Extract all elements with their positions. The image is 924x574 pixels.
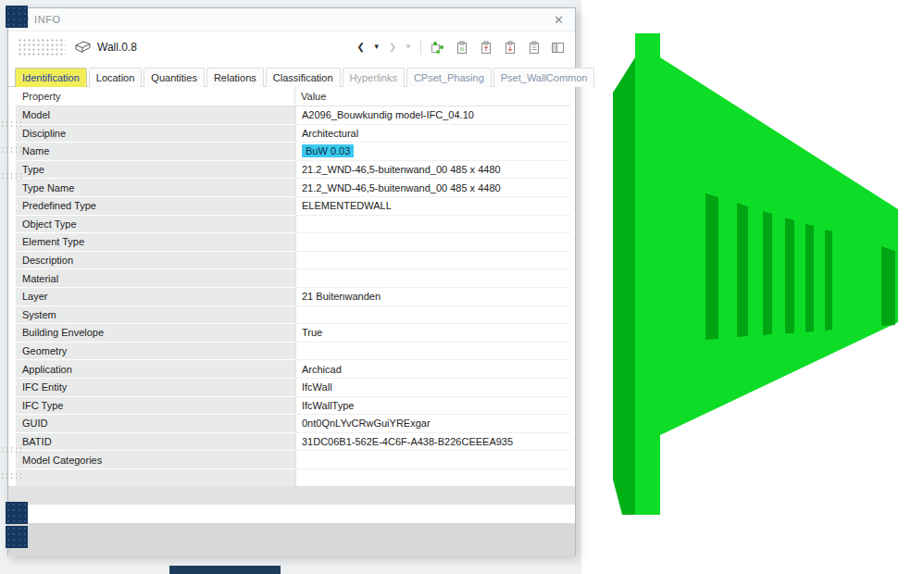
property-cell: Material <box>16 269 295 288</box>
property-cell: Model Categories <box>16 451 295 469</box>
property-cell: Model <box>16 106 295 125</box>
wall-3d-model[interactable] <box>581 0 924 574</box>
property-cell: Type Name <box>16 179 295 197</box>
value-cell <box>295 233 570 252</box>
table-row: GUID 0nt0QnLYvCRwGuiYRExgar <box>16 415 570 433</box>
value-cell <box>295 306 570 325</box>
tab-classification[interactable]: Classification <box>266 68 341 87</box>
table-row: Material <box>16 269 570 288</box>
tab-relations[interactable]: Relations <box>206 68 264 87</box>
property-cell: IFC Entity <box>16 379 295 397</box>
property-cell: GUID <box>16 415 295 433</box>
wall-window-recess <box>785 218 794 333</box>
table-row: Layer 21 Buitenwanden <box>16 288 570 306</box>
wall-window-recess <box>805 224 814 332</box>
pick-in-model-icon[interactable] <box>430 40 445 56</box>
tab-pset-wallcommon[interactable]: Pset_WallCommon <box>493 68 595 87</box>
table-row: System <box>16 306 570 325</box>
property-cell: Layer <box>16 288 295 306</box>
property-cell: Predefined Type <box>16 197 295 216</box>
highlighted-value: BuW 0.03 <box>302 144 354 157</box>
layout-icon[interactable] <box>550 40 566 56</box>
property-cell: Discipline <box>16 125 295 144</box>
tab-hyperlinks[interactable]: Hyperlinks <box>343 68 405 87</box>
object-name: Wall.0.8 <box>97 41 137 54</box>
value-cell <box>295 216 570 234</box>
property-cell: Object Type <box>16 216 295 234</box>
table-row: IFC Type IfcWallType <box>16 397 570 416</box>
close-icon[interactable]: ✕ <box>551 13 567 27</box>
property-cell: Type <box>16 161 295 180</box>
tab-identification[interactable]: Identification <box>15 68 87 87</box>
docked-panel-icon-bottom-1[interactable] <box>6 502 28 524</box>
dock-grip[interactable] <box>0 446 25 453</box>
wall-window-recess <box>881 246 895 326</box>
wall-side-face[interactable] <box>613 57 635 515</box>
value-cell: 21 Buitenwanden <box>295 288 570 306</box>
property-cell: Description <box>16 252 295 270</box>
nav-next-dropdown-icon[interactable]: ▼ <box>405 44 412 51</box>
table-row: Discipline Architectural <box>16 125 570 144</box>
screen: ⓘ INFO ✕ Wall.0.8 ❮ ▼ ❯ ▼ <box>0 0 924 574</box>
wall-window-recess <box>825 230 832 331</box>
clipboard-import-icon[interactable] <box>502 40 518 56</box>
value-cell <box>295 343 570 361</box>
tab-quantities[interactable]: Quantities <box>144 68 205 87</box>
docked-panel-icon-bottom-2[interactable] <box>6 526 28 548</box>
clipboard-copy-icon[interactable] <box>454 40 469 56</box>
value-cell <box>295 252 570 270</box>
table-row: Name BuW 0.03 <box>16 143 570 161</box>
table-row: Type 21.2_WND-46,5-buitenwand_00 485 x 4… <box>16 161 570 180</box>
dialog-bottom-band <box>8 523 575 555</box>
docked-panel-icon-top[interactable] <box>6 6 28 28</box>
table-row: Predefined Type ELEMENTEDWALL <box>16 197 570 216</box>
value-cell <box>295 269 570 288</box>
value-cell <box>295 469 570 488</box>
property-cell: Name <box>16 143 295 161</box>
table-row: Application Archicad <box>16 360 570 379</box>
property-table: Model A2096_Bouwkundig model-IFC_04.10 D… <box>16 106 570 487</box>
dock-grip[interactable] <box>0 472 25 479</box>
dialog-title: INFO <box>34 14 61 25</box>
value-cell: IfcWall <box>295 379 570 397</box>
tab-location[interactable]: Location <box>89 68 143 87</box>
dock-grip[interactable] <box>0 146 25 153</box>
3d-viewport[interactable] <box>581 0 924 574</box>
column-header-property[interactable]: Property <box>16 87 295 106</box>
value-cell: ELEMENTEDWALL <box>295 197 570 216</box>
wall-window-recess <box>737 203 748 337</box>
nav-next-button[interactable]: ❯ <box>389 43 396 52</box>
table-row: Building Envelope True <box>16 324 570 343</box>
table-row: Object Type <box>16 216 570 234</box>
toolbar-actions: ❮ ▼ ❯ ▼ <box>356 40 566 56</box>
nav-prev-dropdown-icon[interactable]: ▼ <box>373 44 381 51</box>
table-row: IFC Entity IfcWall <box>16 379 570 397</box>
tab-cpset-phasing[interactable]: CPset_Phasing <box>406 68 492 87</box>
toolbar-divider <box>420 40 421 55</box>
value-cell: 21.2_WND-46,5-buitenwand_00 485 x 4480 <box>295 179 570 197</box>
clipboard-export-icon[interactable] <box>478 40 493 56</box>
table-row: Model Categories <box>16 451 570 469</box>
table-row: Model A2096_Bouwkundig model-IFC_04.10 <box>16 106 570 125</box>
toolbar-grip[interactable] <box>18 38 66 56</box>
nav-prev-button[interactable]: ❮ <box>356 43 364 52</box>
table-row: BATID 31DC06B1-562E-4C6F-A438-B226CEEEA9… <box>16 433 570 452</box>
dock-grip[interactable] <box>0 120 25 127</box>
table-row: Description <box>16 252 570 270</box>
object-toolbar: Wall.0.8 ❮ ▼ ❯ ▼ <box>8 31 575 63</box>
dock-grip[interactable] <box>0 172 25 179</box>
wall-icon <box>75 41 91 54</box>
info-dialog: ⓘ INFO ✕ Wall.0.8 ❮ ▼ ❯ ▼ <box>7 7 576 555</box>
column-header-value[interactable]: Value <box>295 91 570 102</box>
value-cell: 21.2_WND-46,5-buitenwand_00 485 x 4480 <box>295 161 570 180</box>
property-cell: IFC Type <box>16 397 295 416</box>
wall-window-recess <box>763 211 772 335</box>
value-cell: BuW 0.03 <box>295 143 570 161</box>
tab-bar: Identification Location Quantities Relat… <box>8 63 575 87</box>
dialog-titlebar[interactable]: ⓘ INFO ✕ <box>8 8 575 31</box>
table-row: Element Type <box>16 233 570 252</box>
value-cell: 31DC06B1-562E-4C6F-A438-B226CEEEA935 <box>295 433 570 452</box>
property-cell: System <box>16 306 295 325</box>
clipboard-icon[interactable] <box>526 40 542 56</box>
table-row-empty <box>16 469 570 488</box>
